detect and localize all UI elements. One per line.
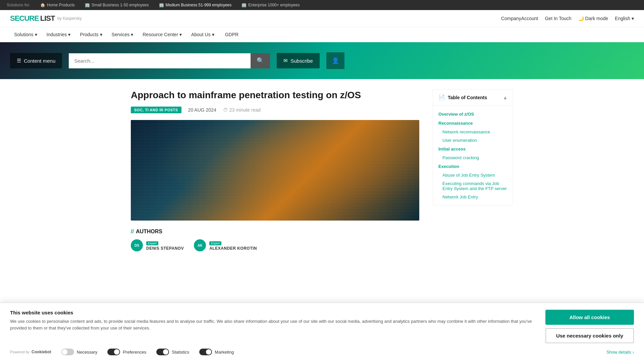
article-section: Approach to mainframe penetration testin… bbox=[131, 89, 419, 258]
article-image bbox=[131, 120, 419, 221]
toc-sub-item[interactable]: Executing commands via Job Entry System … bbox=[433, 179, 513, 193]
home-products-link[interactable]: 🏠 Home Products bbox=[40, 3, 75, 7]
email-icon: ✉ bbox=[283, 58, 288, 64]
toc-section[interactable]: Execution bbox=[433, 162, 513, 171]
logo-by: by Kaspersky bbox=[57, 16, 82, 21]
enterprise-icon: 🏢 bbox=[241, 3, 247, 7]
home-icon: 🏠 bbox=[40, 3, 45, 7]
avatar: DS bbox=[131, 239, 143, 251]
chevron-down-icon: ▾ bbox=[68, 32, 70, 37]
nav-item-about-us[interactable]: About Us ▾ bbox=[187, 27, 218, 42]
toc-sub-item[interactable]: Password cracking bbox=[433, 154, 513, 162]
medium-business-link[interactable]: 🏢 Medium Business 51-999 employees bbox=[159, 3, 232, 7]
header: SECURELIST by Kaspersky CompanyAccount G… bbox=[0, 10, 644, 27]
hero-section: ☰ Content menu 🔍 ✉ Subscribe 👤 bbox=[0, 42, 644, 79]
authors-list: DS Expert DENIS STEPANOV AK Expert ALEXA… bbox=[131, 239, 419, 251]
dark-mode-label: Dark mode bbox=[585, 16, 608, 21]
get-in-touch-link[interactable]: Get In Touch bbox=[545, 16, 571, 21]
language-selector[interactable]: English ▾ bbox=[615, 16, 634, 21]
logo[interactable]: SECURELIST by Kaspersky bbox=[10, 14, 82, 23]
article-title: Approach to mainframe penetration testin… bbox=[131, 89, 419, 101]
nav-item-products[interactable]: Products ▾ bbox=[76, 27, 106, 42]
search-button[interactable]: 🔍 bbox=[251, 53, 270, 68]
gdpr-label: GDPR bbox=[225, 32, 238, 37]
author-item: AK Expert ALEXANDER KOROTIN bbox=[194, 239, 257, 251]
main-content: Approach to mainframe penetration testin… bbox=[121, 89, 523, 258]
toc-list: Overview of z/OS Reconnaissance Network … bbox=[433, 106, 513, 205]
toc-sub-item[interactable]: Network Job Entry bbox=[433, 193, 513, 201]
chevron-down-icon: ▾ bbox=[131, 32, 133, 37]
small-business-label: Small Business 1-50 employees bbox=[92, 3, 149, 7]
medium-business-label: Medium Business 51-999 employees bbox=[166, 3, 232, 7]
solutions-for-label: Solutions for: bbox=[7, 3, 30, 7]
toc-toggle-icon: ▲ bbox=[503, 95, 507, 100]
chevron-down-icon: ▾ bbox=[632, 16, 634, 21]
search-input[interactable] bbox=[69, 53, 251, 68]
logo-list: LIST bbox=[40, 14, 55, 23]
author-initials: DS bbox=[135, 244, 139, 247]
chevron-down-icon: ▾ bbox=[179, 32, 182, 37]
authors-heading: AUTHORS bbox=[131, 229, 419, 235]
clock-icon: ⏱ bbox=[223, 107, 228, 113]
small-business-link[interactable]: 🏢 Small Business 1-50 employees bbox=[85, 3, 149, 7]
content-menu-label: Content menu bbox=[24, 58, 55, 64]
article-date: 20 AUG 2024 bbox=[188, 107, 216, 113]
nav-item-industries[interactable]: Industries ▾ bbox=[43, 27, 75, 42]
toc-section[interactable]: Initial access bbox=[433, 144, 513, 154]
main-nav: Solutions ▾ Industries ▾ Products ▾ Serv… bbox=[0, 27, 644, 42]
nav-item-resource-center[interactable]: Resource Center ▾ bbox=[139, 27, 186, 42]
author-item: DS Expert DENIS STEPANOV bbox=[131, 239, 184, 251]
services-label: Services bbox=[112, 32, 130, 37]
company-account-link[interactable]: CompanyAccount bbox=[501, 16, 538, 21]
author-info: Expert DENIS STEPANOV bbox=[146, 240, 184, 251]
top-bar: Solutions for: 🏠 Home Products 🏢 Small B… bbox=[0, 0, 644, 10]
article-meta: SOC, TI AND IR POSTS 20 AUG 2024 ⏱ 23 mi… bbox=[131, 107, 419, 113]
sidebar: 📄 Table of Contents ▲ Overview of z/OS R… bbox=[433, 89, 513, 258]
article-tag: SOC, TI AND IR POSTS bbox=[131, 107, 181, 113]
subscribe-label: Subscribe bbox=[290, 58, 313, 64]
toc-section[interactable]: Overview of z/OS bbox=[433, 110, 513, 119]
about-us-label: About Us bbox=[191, 32, 211, 37]
nav-item-gdpr[interactable]: GDPR bbox=[221, 27, 243, 42]
user-icon: 👤 bbox=[332, 57, 339, 64]
author-info: Expert ALEXANDER KOROTIN bbox=[209, 240, 257, 251]
content-menu-button[interactable]: ☰ Content menu bbox=[10, 53, 62, 68]
resource-center-label: Resource Center bbox=[143, 32, 178, 37]
toc-icon: 📄 bbox=[438, 94, 445, 101]
read-time: ⏱ 23 minute read bbox=[223, 107, 261, 113]
chevron-down-icon: ▾ bbox=[212, 32, 214, 37]
toc-title: 📄 Table of Contents bbox=[438, 94, 487, 101]
author-name[interactable]: ALEXANDER KOROTIN bbox=[209, 246, 257, 251]
toc-sub-item[interactable]: Network reconnaissance bbox=[433, 128, 513, 136]
toc-header[interactable]: 📄 Table of Contents ▲ bbox=[433, 89, 513, 106]
toc-sub-item[interactable]: User enumeration bbox=[433, 136, 513, 144]
home-products-label: Home Products bbox=[47, 3, 75, 7]
author-name[interactable]: DENIS STEPANOV bbox=[146, 246, 184, 251]
solutions-label: Solutions bbox=[14, 32, 34, 37]
avatar: AK bbox=[194, 239, 206, 251]
nav-item-solutions[interactable]: Solutions ▾ bbox=[10, 27, 41, 42]
chevron-down-icon: ▾ bbox=[100, 32, 102, 37]
logo-secure: SECURE bbox=[10, 14, 39, 23]
products-label: Products bbox=[80, 32, 98, 37]
toc-title-label: Table of Contents bbox=[448, 95, 487, 100]
read-time-text: 23 minute read bbox=[229, 107, 261, 113]
nav-item-services[interactable]: Services ▾ bbox=[108, 27, 138, 42]
moon-icon: 🌙 bbox=[578, 16, 584, 21]
chevron-down-icon: ▾ bbox=[35, 32, 37, 37]
language-label: English bbox=[615, 16, 630, 21]
industries-label: Industries bbox=[47, 32, 67, 37]
small-biz-icon: 🏢 bbox=[85, 3, 90, 7]
enterprise-link[interactable]: 🏢 Enterprise 1000+ employees bbox=[241, 3, 300, 7]
toc-section[interactable]: Reconnaissance bbox=[433, 119, 513, 128]
toc-sub-item[interactable]: Abuse of Job Entry System bbox=[433, 171, 513, 179]
author-badge: Expert bbox=[146, 241, 158, 245]
enterprise-label: Enterprise 1000+ employees bbox=[248, 3, 300, 7]
medium-biz-icon: 🏢 bbox=[159, 3, 164, 7]
subscribe-button[interactable]: ✉ Subscribe bbox=[277, 53, 320, 68]
toc-box: 📄 Table of Contents ▲ Overview of z/OS R… bbox=[433, 89, 513, 205]
dark-mode-button[interactable]: 🌙 Dark mode bbox=[578, 16, 608, 21]
menu-icon: ☰ bbox=[17, 58, 21, 64]
search-wrapper: 🔍 bbox=[69, 53, 270, 68]
user-button[interactable]: 👤 bbox=[326, 52, 344, 69]
